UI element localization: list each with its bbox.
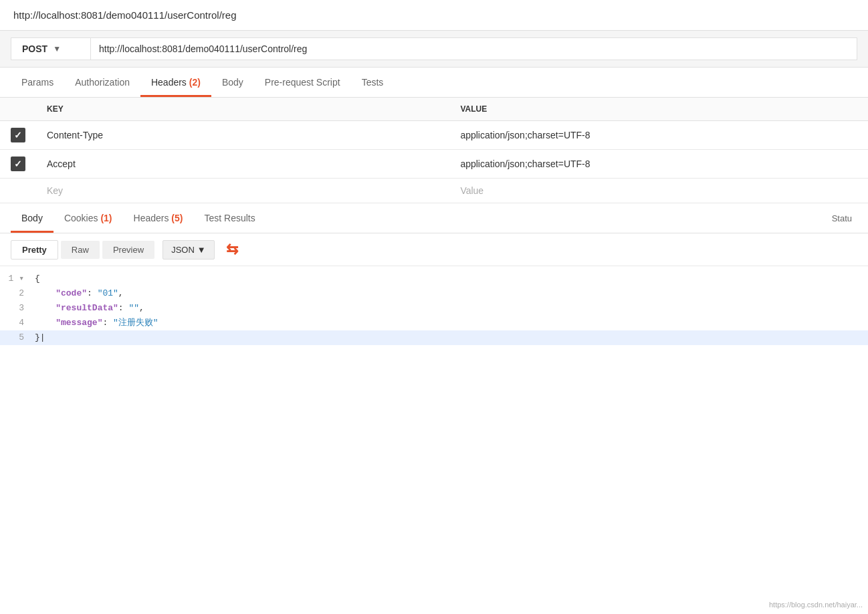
cookies-badge: (1) <box>100 213 112 223</box>
code-key-message: "message" <box>56 318 102 328</box>
code-key-code: "code" <box>56 288 87 298</box>
response-tab-cookies-label: Cookies (1) <box>64 213 112 223</box>
format-label: JSON <box>171 245 195 255</box>
tab-tests[interactable]: Tests <box>351 68 395 97</box>
code-line-5: 5 }| <box>0 330 868 345</box>
line-num-4: 4 <box>0 316 32 330</box>
row1-value[interactable]: application/json;charset=UTF-8 <box>449 121 868 150</box>
brace-close: } <box>35 332 40 342</box>
response-tab-headers-label: Headers (5) <box>134 213 183 223</box>
col-checkbox <box>0 98 36 121</box>
code-toolbar: Pretty Raw Preview JSON ▼ ⇆ <box>0 233 868 266</box>
placeholder-key[interactable]: Key <box>36 179 449 203</box>
format-select[interactable]: JSON ▼ <box>162 240 215 260</box>
headers-table: KEY VALUE ✓ Content-Type application/jso… <box>0 98 868 203</box>
wrap-icon: ⇆ <box>226 241 238 258</box>
tab-prerequest-label: Pre-request Script <box>265 77 340 88</box>
headers-badge: (2) <box>189 77 201 88</box>
code-line-4: 4 "message": "注册失败" <box>0 316 868 330</box>
tab-headers[interactable]: Headers (2) <box>140 68 211 97</box>
row1-checkmark: ✓ <box>14 130 22 140</box>
tab-body-label: Body <box>222 77 243 88</box>
tab-tests-label: Tests <box>362 77 384 88</box>
request-row: POST ▼ <box>0 31 868 68</box>
response-tab-body-label: Body <box>21 213 43 223</box>
placeholder-checkbox-cell <box>0 179 36 203</box>
view-pretty-button[interactable]: Pretty <box>11 240 58 260</box>
line-content-4: "message": "注册失败" <box>32 316 868 330</box>
format-chevron: ▼ <box>197 245 206 255</box>
tab-prerequest[interactable]: Pre-request Script <box>254 68 351 97</box>
response-tab-headers[interactable]: Headers (5) <box>123 203 194 233</box>
table-row-placeholder: Key Value <box>0 179 868 203</box>
table-row: ✓ Accept application/json;charset=UTF-8 <box>0 150 868 179</box>
col-value-header: VALUE <box>449 98 868 121</box>
response-tab-test-results-label: Test Results <box>204 213 255 223</box>
view-raw-button[interactable]: Raw <box>61 241 100 259</box>
code-area: 1 ▾ { 2 "code": "01", 3 "resultData": ""… <box>0 266 868 373</box>
code-val-resultdata: "" <box>128 303 139 313</box>
row1-checkbox[interactable]: ✓ <box>11 128 25 142</box>
tab-authorization-label: Authorization <box>75 77 130 88</box>
row2-checkmark: ✓ <box>14 159 22 169</box>
row2-checkbox[interactable]: ✓ <box>11 157 25 171</box>
code-line-3: 3 "resultData": "", <box>0 301 868 316</box>
code-line-2: 2 "code": "01", <box>0 286 868 301</box>
brace-open: { <box>35 274 40 284</box>
method-chevron: ▼ <box>53 44 61 54</box>
tab-headers-label: Headers (2) <box>151 77 201 88</box>
line-content-5: }| <box>32 330 868 345</box>
top-bar-url: http://localhost:8081/demo040111/userCon… <box>13 9 237 21</box>
line-content-3: "resultData": "", <box>32 301 868 316</box>
row2-value[interactable]: application/json;charset=UTF-8 <box>449 150 868 179</box>
code-line-1: 1 ▾ { <box>0 272 868 286</box>
tab-body[interactable]: Body <box>211 68 254 97</box>
row1-checkbox-cell: ✓ <box>0 121 36 150</box>
row1-key[interactable]: Content-Type <box>36 121 449 150</box>
line-num-2: 2 <box>0 286 32 301</box>
row2-key[interactable]: Accept <box>36 150 449 179</box>
method-select[interactable]: POST ▼ <box>11 37 91 60</box>
row2-checkbox-cell: ✓ <box>0 150 36 179</box>
code-val-message: "注册失败" <box>113 318 158 328</box>
response-tab-cookies[interactable]: Cookies (1) <box>53 203 123 233</box>
line-num-5: 5 <box>0 330 32 345</box>
line-num-1: 1 ▾ <box>0 272 32 286</box>
code-key-resultdata: "resultData" <box>56 303 118 313</box>
request-tabs: Params Authorization Headers (2) Body Pr… <box>0 68 868 98</box>
response-tabs: Body Cookies (1) Headers (5) Test Result… <box>0 203 868 233</box>
tab-params-label: Params <box>21 77 53 88</box>
line-num-3: 3 <box>0 301 32 316</box>
response-tab-test-results[interactable]: Test Results <box>193 203 265 233</box>
line-content-2: "code": "01", <box>32 286 868 301</box>
placeholder-value[interactable]: Value <box>449 179 868 203</box>
view-preview-button[interactable]: Preview <box>102 241 154 259</box>
top-bar: http://localhost:8081/demo040111/userCon… <box>0 0 868 31</box>
status-label: Statu <box>832 213 857 223</box>
code-val-code: "01" <box>98 288 118 298</box>
method-label: POST <box>22 43 47 54</box>
tab-params[interactable]: Params <box>11 68 64 97</box>
cursor: | <box>40 332 45 342</box>
col-key-header: KEY <box>36 98 449 121</box>
wrap-button[interactable]: ⇆ <box>220 239 244 260</box>
line-content-1: { <box>32 272 868 286</box>
tab-authorization[interactable]: Authorization <box>64 68 140 97</box>
table-row: ✓ Content-Type application/json;charset=… <box>0 121 868 150</box>
url-input[interactable] <box>91 37 857 60</box>
response-tab-body[interactable]: Body <box>11 203 53 233</box>
response-headers-badge: (5) <box>171 213 183 223</box>
